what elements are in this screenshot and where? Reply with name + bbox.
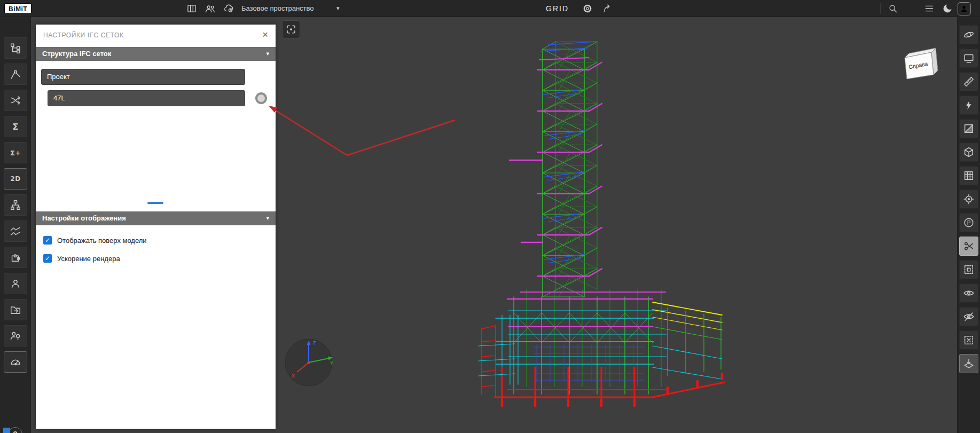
sum-plus-button[interactable]: Σ+	[4, 142, 27, 163]
cut-icon	[963, 240, 975, 252]
view-2d-button[interactable]: 2D	[4, 168, 27, 190]
tree-item-47l-label: 47L	[53, 94, 65, 102]
x-axis-label: X	[292, 373, 295, 379]
frame-capture-icon[interactable]	[282, 20, 300, 38]
navigation-axes-gizmo[interactable]: Z Y X	[282, 336, 335, 391]
hide-icon	[963, 311, 975, 322]
cut-button[interactable]	[959, 237, 978, 256]
clear-selection-icon	[963, 334, 975, 346]
workspace-selector[interactable]: Базовое пространство	[241, 0, 314, 17]
grid-visibility-toggle[interactable]	[255, 92, 267, 104]
checkbox-checked-icon[interactable]: ✓	[43, 236, 52, 245]
export-folder-button[interactable]	[4, 299, 27, 320]
tree-item-project[interactable]: Проект	[41, 69, 245, 85]
view-2d-icon: 2D	[10, 175, 20, 183]
panel-title: НАСТРОЙКИ IFC СЕТОК	[43, 32, 124, 39]
section-box-icon	[963, 146, 975, 158]
topbar-divider	[880, 3, 881, 14]
svg-text:P: P	[967, 220, 971, 226]
isolate-icon	[963, 264, 975, 275]
clip-half-icon	[963, 123, 975, 135]
transparency-icon	[963, 358, 975, 369]
show-button[interactable]	[959, 284, 978, 303]
bottom-left-accent	[3, 428, 10, 433]
hierarchy-button[interactable]	[4, 194, 27, 216]
measure-icon	[963, 76, 975, 88]
grid-button[interactable]	[959, 166, 978, 185]
fit-view-button[interactable]	[959, 49, 978, 68]
dashboard-icon	[10, 356, 21, 368]
collaboration-icon[interactable]	[205, 3, 216, 14]
polyline-icon	[10, 68, 21, 80]
checkbox-checked-icon[interactable]: ✓	[43, 254, 52, 263]
top-bar: BiMiT Базовое пространство ▾ GRID	[0, 0, 980, 17]
gizmo-origin	[307, 361, 310, 364]
flash-icon	[963, 99, 975, 111]
plugins-button[interactable]	[4, 247, 27, 268]
measure-button[interactable]	[959, 72, 978, 91]
option-render-on-top-label: Отображать поверх модели	[57, 237, 147, 245]
menu-icon[interactable]	[924, 3, 935, 14]
charts-icon	[10, 225, 21, 237]
clash-detect-icon	[10, 95, 21, 106]
view-cube[interactable]: Справа	[896, 45, 950, 90]
chevron-down-icon[interactable]: ▾	[266, 211, 269, 225]
polyline-button[interactable]	[4, 64, 27, 85]
right-toolbar: P	[957, 17, 980, 433]
chevron-down-icon[interactable]: ▾	[266, 47, 269, 61]
user-button[interactable]	[4, 273, 27, 294]
user-location-button[interactable]	[4, 325, 27, 347]
search-icon[interactable]	[888, 3, 898, 14]
plan-button[interactable]: P	[959, 213, 978, 232]
grid-icon	[963, 170, 975, 182]
clash-detect-button[interactable]	[4, 90, 27, 111]
section-structure-title: Структура IFC сеток	[42, 47, 111, 61]
night-mode-icon[interactable]	[942, 3, 953, 14]
section-structure-header[interactable]: Структура IFC сеток ▾	[36, 47, 276, 61]
dashboard-button[interactable]	[4, 351, 27, 373]
option-render-on-top[interactable]: ✓ Отображать поверх модели	[43, 235, 147, 246]
project-title: GRID	[546, 0, 569, 17]
user-location-icon	[10, 330, 21, 342]
section-box-button[interactable]	[959, 143, 978, 162]
export-folder-icon	[10, 304, 21, 316]
panel-header: НАСТРОЙКИ IFC СЕТОК ×	[36, 25, 276, 47]
transparency-button[interactable]	[959, 354, 978, 373]
board-icon[interactable]	[186, 3, 197, 14]
model-structure-icon	[10, 42, 21, 54]
plan-icon: P	[963, 217, 975, 229]
app-logo[interactable]: BiMiT	[4, 3, 32, 14]
sum-plus-icon: Σ+	[10, 149, 21, 157]
tree-item-project-label: Проект	[47, 73, 70, 81]
orbit-button[interactable]	[959, 25, 978, 44]
z-axis-label: Z	[313, 340, 316, 345]
model-structure-button[interactable]	[4, 37, 27, 59]
charts-button[interactable]	[4, 221, 27, 242]
clear-selection-button[interactable]	[959, 330, 978, 350]
option-render-acceleration[interactable]: ✓ Ускорение рендера	[43, 253, 120, 264]
isolate-button[interactable]	[959, 260, 978, 279]
help-icon[interactable]: ?	[8, 427, 22, 433]
clip-half-button[interactable]	[959, 119, 978, 138]
cloud-sync-icon[interactable]	[223, 3, 234, 14]
orbit-icon	[963, 29, 975, 41]
sum-button[interactable]: Σ	[4, 116, 27, 137]
option-render-acceleration-label: Ускорение рендера	[57, 255, 120, 263]
y-axis-label: Y	[330, 360, 333, 366]
ifc-grids-panel: НАСТРОЙКИ IFC СЕТОК × Структура IFC сето…	[36, 25, 276, 429]
fit-view-icon	[963, 52, 975, 64]
account-icon[interactable]	[958, 2, 971, 15]
tree-item-47l[interactable]: 47L	[48, 90, 245, 106]
flash-button[interactable]	[959, 96, 978, 115]
close-icon[interactable]: ×	[262, 29, 268, 41]
focus-button-tool[interactable]	[959, 190, 978, 209]
section-display-header[interactable]: Настройки отображения ▾	[36, 211, 276, 225]
show-icon	[963, 287, 975, 299]
panel-resize-handle[interactable]	[147, 202, 163, 204]
sum-icon: Σ	[13, 122, 19, 132]
hide-button[interactable]	[959, 307, 978, 326]
settings-gear-icon[interactable]	[582, 3, 593, 14]
check-mark: ✓	[45, 236, 50, 245]
share-icon[interactable]	[602, 3, 613, 14]
chevron-down-icon[interactable]: ▾	[336, 0, 340, 17]
